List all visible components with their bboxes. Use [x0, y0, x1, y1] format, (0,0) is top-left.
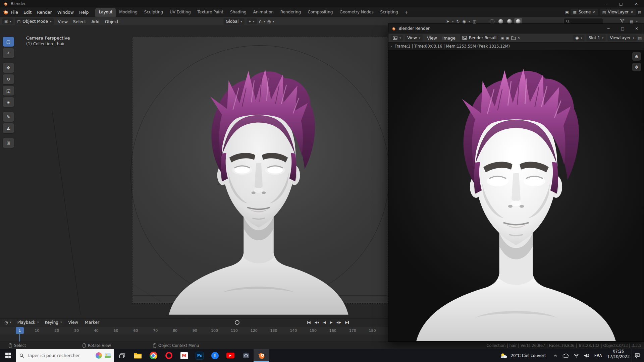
- head-model[interactable]: [167, 66, 350, 315]
- close-button[interactable]: ✕: [629, 0, 644, 7]
- tray-chevron-up-icon[interactable]: [553, 354, 557, 357]
- language-indicator[interactable]: FRA: [594, 353, 602, 358]
- measure-tool[interactable]: ∡: [3, 123, 14, 133]
- taskbar-chrome[interactable]: [146, 349, 161, 362]
- proportional-edit-icon[interactable]: ◎: [267, 19, 271, 23]
- mode-dropdown[interactable]: ◻ Object Mode ▾: [15, 18, 54, 25]
- keying-menu[interactable]: Keying ▾: [43, 319, 64, 326]
- outliner-filter-button[interactable]: [620, 19, 625, 23]
- frame-tick-180[interactable]: 180: [363, 326, 382, 335]
- scale-tool[interactable]: ◱: [3, 86, 14, 96]
- workspace-tab-uv-editing[interactable]: UV Editing: [166, 8, 194, 17]
- taskbar-blender[interactable]: [254, 349, 269, 362]
- frame-tick-120[interactable]: 120: [244, 326, 264, 335]
- search-image-icon[interactable]: [105, 353, 111, 358]
- frame-tick-60[interactable]: 60: [126, 326, 146, 335]
- workspace-tab-scripting[interactable]: Scripting: [377, 8, 401, 17]
- scene-selector[interactable]: ▦ Scene ✕: [571, 9, 598, 15]
- pin-image-icon[interactable]: ◉: [501, 36, 504, 40]
- jump-to-start-button[interactable]: ◀: [307, 320, 311, 324]
- taskbar-search[interactable]: [16, 349, 114, 362]
- frame-tick-10[interactable]: 10: [27, 326, 47, 335]
- taskbar-photoshop[interactable]: Ps: [192, 349, 207, 362]
- zoom-tool-button[interactable]: ⊕: [632, 52, 641, 61]
- wifi-icon[interactable]: [574, 354, 579, 358]
- image-datablock-selector[interactable]: Render Result: [460, 35, 499, 41]
- workspace-tab-compositing[interactable]: Compositing: [304, 8, 336, 17]
- task-view-button[interactable]: [114, 349, 130, 362]
- blender-menu-icon[interactable]: [3, 9, 8, 15]
- viewlayer-extra-icon[interactable]: ▤: [638, 10, 641, 14]
- maximize-button[interactable]: □: [613, 0, 629, 7]
- search-input[interactable]: [27, 353, 93, 358]
- image-menu-image[interactable]: Image: [440, 36, 458, 41]
- add-workspace-button[interactable]: +: [401, 10, 411, 15]
- viewport-menu-add[interactable]: Add: [89, 19, 102, 24]
- frame-tick-100[interactable]: 100: [205, 326, 224, 335]
- selectability-icon[interactable]: ➤: [446, 19, 449, 23]
- frame-tick-40[interactable]: 40: [86, 326, 106, 335]
- view-mode-dropdown[interactable]: View ▾: [405, 35, 423, 41]
- chevron-down-icon[interactable]: ▾: [452, 20, 453, 23]
- onedrive-cloud-icon[interactable]: [562, 354, 569, 358]
- frame-tick-80[interactable]: 80: [165, 326, 185, 335]
- search-highlight-icon[interactable]: [96, 352, 102, 359]
- render-slot-dropdown[interactable]: Slot 1 ▾: [586, 35, 606, 41]
- open-image-folder-icon[interactable]: [511, 36, 516, 40]
- move-tool[interactable]: ✥: [3, 63, 14, 73]
- minimize-button[interactable]: ─: [598, 0, 613, 7]
- menu-file[interactable]: File: [8, 10, 21, 15]
- playback-menu[interactable]: Playback ▾: [15, 319, 41, 326]
- workspace-tab-layout[interactable]: Layout: [95, 8, 116, 17]
- viewport-menu-select[interactable]: Select: [70, 19, 89, 24]
- outliner-display-icon[interactable]: ▤: [630, 20, 633, 23]
- pan-hand-button[interactable]: ✥: [632, 63, 641, 71]
- workspace-tab-sculpting[interactable]: Sculpting: [141, 8, 166, 17]
- timeline-view-menu[interactable]: View: [65, 320, 81, 325]
- select-box-tool[interactable]: ▢: [3, 37, 14, 47]
- current-frame-indicator[interactable]: 1: [16, 327, 24, 334]
- frame-tick-150[interactable]: 150: [303, 326, 323, 335]
- gizmo-toggle-icon[interactable]: ↻: [456, 19, 460, 23]
- next-keyframe-button[interactable]: ◆▶: [336, 320, 341, 324]
- new-scene-icon[interactable]: ▣: [565, 10, 569, 14]
- playhead-line[interactable]: [19, 334, 20, 342]
- taskbar-facebook[interactable]: f: [207, 349, 223, 362]
- taskbar-clock[interactable]: 07:26 17/10/2023: [605, 349, 632, 362]
- menu-help[interactable]: Help: [76, 10, 92, 15]
- chevron-down-icon[interactable]: ▾: [636, 20, 637, 23]
- transform-tool[interactable]: ◈: [3, 97, 14, 107]
- render-maximize-button[interactable]: □: [615, 24, 630, 33]
- annotate-tool[interactable]: ✎: [3, 112, 14, 122]
- frame-tick-90[interactable]: 90: [185, 326, 205, 335]
- frame-tick-50[interactable]: 50: [106, 326, 126, 335]
- timeline-editor-dropdown[interactable]: ◷ ▾: [2, 319, 14, 325]
- weather-widget[interactable]: 20°C Ciel couvert: [496, 349, 550, 362]
- workspace-tab-geometry-nodes[interactable]: Geometry Nodes: [336, 8, 377, 17]
- render-result-image[interactable]: ⊕ ✥: [388, 50, 644, 341]
- render-window-titlebar[interactable]: Blender Render ─ □ ✕: [388, 24, 644, 33]
- frame-tick-20[interactable]: 20: [47, 326, 67, 335]
- workspace-tab-modeling[interactable]: Modeling: [116, 8, 141, 17]
- taskbar-gmail[interactable]: M: [176, 349, 192, 362]
- volume-icon[interactable]: [584, 353, 589, 358]
- image-menu-view[interactable]: View: [424, 36, 440, 41]
- taskbar-opera[interactable]: [161, 349, 176, 362]
- taskbar-file-explorer[interactable]: [130, 349, 146, 362]
- display-channels-icon[interactable]: ▤: [638, 36, 642, 40]
- frame-tick-170[interactable]: 170: [343, 326, 363, 335]
- frame-tick-30[interactable]: 30: [67, 326, 87, 335]
- frame-tick-130[interactable]: 130: [264, 326, 284, 335]
- overlays-toggle-icon[interactable]: ◉: [462, 19, 466, 23]
- prev-keyframe-button[interactable]: ◀◆: [315, 320, 319, 324]
- render-viewlayer-dropdown[interactable]: ViewLayer ▾: [607, 35, 636, 41]
- taskbar-youtube[interactable]: ▶: [223, 349, 238, 362]
- add-cube-tool[interactable]: ⊞: [3, 138, 14, 148]
- unlink-image-icon[interactable]: ✕: [518, 36, 520, 40]
- snap-magnet-icon[interactable]: ∩: [259, 19, 262, 23]
- frame-tick-70[interactable]: 70: [146, 326, 165, 335]
- play-button[interactable]: ▶: [330, 320, 333, 324]
- unlink-viewlayer-icon[interactable]: ✕: [631, 10, 633, 14]
- auto-keying-record-button[interactable]: [235, 320, 239, 325]
- play-reverse-button[interactable]: ◀: [323, 320, 326, 324]
